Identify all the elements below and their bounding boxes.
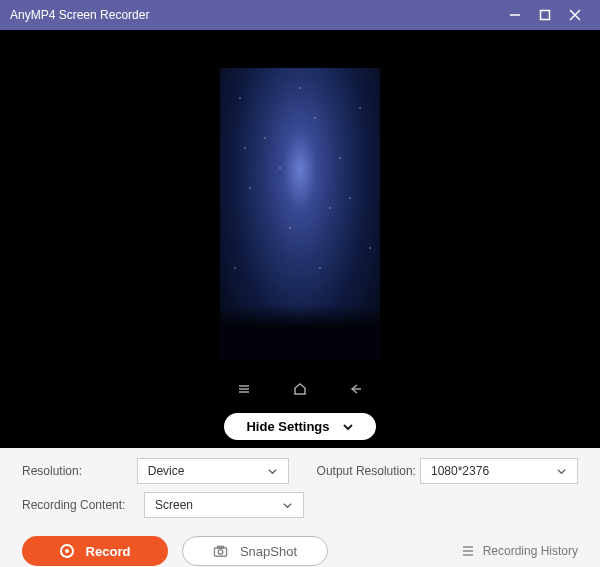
record-button[interactable]: Record — [22, 536, 168, 566]
home-icon[interactable] — [293, 382, 307, 400]
maximize-button[interactable] — [530, 0, 560, 30]
record-label: Record — [86, 544, 131, 559]
record-icon — [60, 544, 74, 558]
preview-area: Hide Settings — [0, 30, 600, 448]
hide-settings-label: Hide Settings — [246, 419, 329, 434]
camera-icon — [213, 544, 228, 559]
snapshot-label: SnapShot — [240, 544, 297, 559]
output-resolution-select[interactable]: 1080*2376 — [420, 458, 578, 484]
svg-rect-1 — [541, 11, 550, 20]
output-resolution-value: 1080*2376 — [431, 464, 489, 478]
recording-content-label: Recording Content: — [22, 498, 144, 512]
svg-point-10 — [218, 549, 223, 554]
chevron-down-icon — [342, 421, 354, 433]
recording-history-link[interactable]: Recording History — [461, 544, 578, 558]
device-screenshot — [220, 68, 380, 360]
history-icon — [461, 544, 475, 558]
resolution-label: Resolution: — [22, 464, 137, 478]
chevron-down-icon — [267, 466, 278, 477]
chevron-down-icon — [282, 500, 293, 511]
svg-marker-7 — [295, 384, 305, 394]
recording-history-label: Recording History — [483, 544, 578, 558]
app-title: AnyMP4 Screen Recorder — [10, 8, 149, 22]
snapshot-button[interactable]: SnapShot — [182, 536, 328, 566]
footer: Record SnapShot Recording History — [0, 526, 600, 567]
titlebar: AnyMP4 Screen Recorder — [0, 0, 600, 30]
back-icon[interactable] — [349, 382, 363, 400]
recording-content-select[interactable]: Screen — [144, 492, 304, 518]
resolution-value: Device — [148, 464, 185, 478]
close-button[interactable] — [560, 0, 590, 30]
minimize-button[interactable] — [500, 0, 530, 30]
chevron-down-icon — [556, 466, 567, 477]
device-navbar — [237, 382, 363, 400]
resolution-select[interactable]: Device — [137, 458, 289, 484]
menu-icon[interactable] — [237, 382, 251, 400]
output-resolution-label: Output Resolution: — [317, 464, 420, 478]
hide-settings-button[interactable]: Hide Settings — [224, 413, 375, 440]
recording-content-value: Screen — [155, 498, 193, 512]
settings-panel: Resolution: Device Output Resolution: 10… — [0, 448, 600, 518]
